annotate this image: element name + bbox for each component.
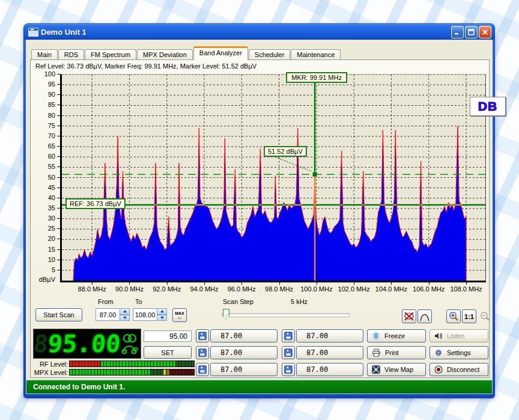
to-label: To <box>135 298 142 305</box>
preset-frequency-button[interactable]: 87.00 <box>210 346 278 359</box>
set-button[interactable]: SET <box>144 346 192 359</box>
x-tick-label: 106.0 MHz <box>413 285 445 293</box>
titlebar[interactable]: Demo Unit 1 <box>24 24 494 40</box>
from-spin-down[interactable] <box>120 315 130 321</box>
x-tick-label: 102.0 MHz <box>338 285 370 293</box>
preset-frequency-button[interactable]: 87.00 <box>296 329 363 342</box>
led-segment-green <box>88 370 91 375</box>
led-segment-green <box>82 370 85 375</box>
print-button[interactable]: Print <box>367 346 426 359</box>
scan-step-slider-track[interactable] <box>222 313 350 317</box>
to-value[interactable]: 108.00 <box>133 308 157 321</box>
y-tick-label: 35 <box>48 204 55 212</box>
tab-maintenance[interactable]: Maintenance <box>291 49 341 60</box>
to-spin-up[interactable] <box>157 308 167 315</box>
hide-marker-labels-button[interactable] <box>402 309 416 323</box>
led-segment-dimred <box>170 370 172 375</box>
save-preset-button[interactable] <box>196 363 209 376</box>
headphones-indicator-icon <box>121 344 138 355</box>
save-preset-button[interactable] <box>282 329 295 342</box>
frequency-input[interactable]: 95.00 <box>144 330 192 342</box>
save-preset-button[interactable] <box>282 363 295 376</box>
preset-frequency-button[interactable]: 87.00 <box>296 346 363 359</box>
marker-level-label[interactable]: 51.52 dBµV <box>264 146 307 157</box>
save-preset-button[interactable] <box>196 346 209 359</box>
led-segment-dimred <box>192 370 194 375</box>
floppy-disk-icon <box>198 365 207 374</box>
marker-point[interactable] <box>313 172 317 177</box>
led-segment-green <box>70 370 72 375</box>
x-tick-mark <box>429 282 429 285</box>
x-tick-mark <box>129 282 130 285</box>
led-segment-green <box>135 361 138 367</box>
x-tick-mark <box>92 282 93 285</box>
led-segment-red <box>70 361 72 367</box>
save-preset-button[interactable] <box>282 346 295 359</box>
rf-level-label: RF Level: <box>31 361 68 368</box>
disconnect-button[interactable]: Disconnect <box>429 363 488 376</box>
lit-digits: 95.00 <box>47 330 121 358</box>
tab-scheduler[interactable]: Scheduler <box>249 49 291 60</box>
preset-frequency-button[interactable]: 87.00 <box>210 363 278 376</box>
zoom-reset-button[interactable]: 1:1 <box>462 309 476 323</box>
max-span-button[interactable]: MAX ⇔ <box>172 308 187 322</box>
y-axis: 1009590858075706560555045403530252015105… <box>31 74 60 284</box>
from-value[interactable]: 87.00 <box>96 308 120 321</box>
tab-mpx-deviation[interactable]: MPX Deviation <box>137 49 193 60</box>
x-tick-mark <box>354 282 354 285</box>
marker-freq-label[interactable]: MKR: 99.91 MHz <box>286 72 347 83</box>
from-spin-up[interactable] <box>120 308 130 315</box>
tab-rds[interactable]: RDS <box>58 49 84 60</box>
zoom-out-icon <box>480 311 490 321</box>
preset-frequency-button[interactable]: 87.00 <box>210 329 278 342</box>
reference-level-label[interactable]: REF: 36.73 dBµV <box>65 198 126 209</box>
y-tick-label: 50 <box>48 174 55 181</box>
led-segment-dimred <box>173 370 175 375</box>
to-spinner: 108.00 <box>133 308 167 321</box>
spectrum-plot[interactable]: DB MKR: 99.91 MHz 51.52 dBµV REF: 36.73 … <box>60 74 486 282</box>
led-segment-green <box>120 361 122 367</box>
x-tick-label: 88.0 MHz <box>78 285 106 293</box>
led-segment-green <box>114 361 116 367</box>
preset-frequency-button[interactable]: 87.00 <box>296 363 363 376</box>
zoom-out-button[interactable] <box>478 309 492 323</box>
led-segment-dimgreen <box>186 361 188 367</box>
led-segment-green <box>126 361 129 367</box>
tab-main[interactable]: Main <box>31 49 58 60</box>
tab-band-analyzer[interactable]: Band Analyzer <box>193 46 248 60</box>
minimize-button[interactable] <box>451 26 464 38</box>
y-tick-label: 75 <box>48 122 55 129</box>
listen-button[interactable]: Listen <box>429 329 488 342</box>
led-segment-dimgreen <box>151 370 153 375</box>
led-segment-green <box>166 361 169 367</box>
y-axis-unit-label: dBµV <box>39 276 55 283</box>
led-segment-green <box>148 370 150 375</box>
tab-fm-spectrum[interactable]: FM Spectrum <box>85 49 136 60</box>
led-segment-red <box>82 361 85 367</box>
window-content: MainRDSFM SpectrumMPX DeviationBand Anal… <box>26 40 493 380</box>
app-window: Demo Unit 1 MainRDSFM SpectrumMPX Deviat… <box>24 24 494 398</box>
led-segment-green <box>151 361 153 367</box>
settings-button[interactable]: Settings <box>429 346 488 359</box>
snowflake-icon <box>372 332 380 340</box>
led-segment-green <box>91 370 94 375</box>
maximize-button[interactable] <box>465 26 478 38</box>
close-button[interactable] <box>479 26 491 38</box>
x-tick-label: 98.0 MHz <box>265 285 293 293</box>
rf-level-meter <box>69 361 195 367</box>
floppy-disk-icon <box>284 332 293 340</box>
x-tick-mark <box>317 282 317 285</box>
freeze-button[interactable]: Freeze <box>367 329 426 342</box>
led-segment-green <box>132 370 135 375</box>
led-segment-dimred <box>179 370 181 375</box>
save-preset-button[interactable] <box>196 329 209 342</box>
view-map-button[interactable]: View Map <box>367 363 426 376</box>
start-scan-button[interactable]: Start Scan <box>35 308 82 321</box>
to-spin-down[interactable] <box>157 315 167 321</box>
zoom-in-button[interactable] <box>446 309 461 323</box>
y-tick-label: 90 <box>48 91 55 98</box>
peak-curve-button[interactable] <box>417 309 432 323</box>
scan-step-slider-thumb[interactable] <box>223 309 229 320</box>
close-icon <box>482 29 488 35</box>
map-icon <box>372 365 380 374</box>
